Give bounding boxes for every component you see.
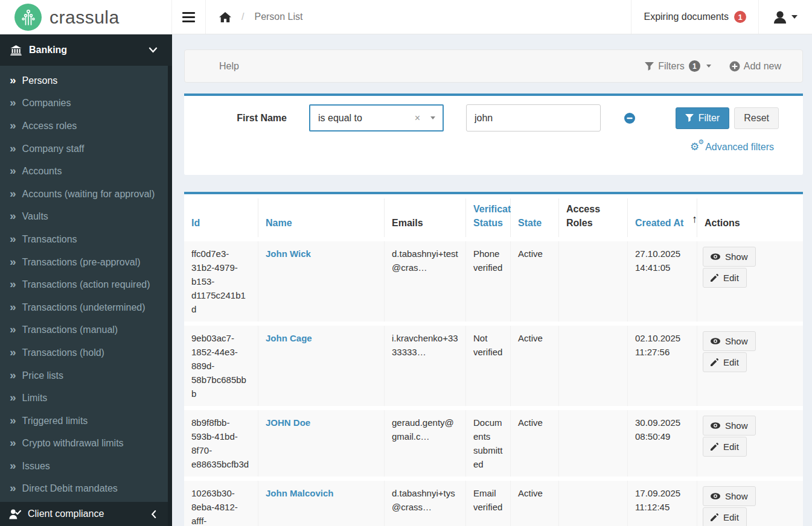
eye-icon	[711, 253, 720, 260]
operator-value: is equal to	[318, 113, 362, 124]
sidebar-scrollbar[interactable]	[168, 66, 172, 526]
hamburger-menu-icon[interactable]	[172, 0, 205, 34]
sidebar-item-label: Triggered limits	[22, 416, 88, 426]
sidebar-item-label: Access roles	[22, 121, 77, 132]
sidebar-item[interactable]: » Transactions (undetermined)	[0, 296, 172, 319]
show-button[interactable]: Show	[703, 247, 756, 267]
breadcrumb: / Person List	[206, 11, 303, 22]
pencil-icon	[711, 358, 718, 366]
double-chevron-icon: »	[10, 414, 16, 426]
sidebar-section-banking[interactable]: Banking	[0, 34, 172, 66]
help-link[interactable]: Help	[219, 61, 239, 72]
edit-button[interactable]: Edit	[703, 352, 747, 372]
person-state: Active	[511, 241, 559, 322]
remove-condition-button[interactable]	[624, 113, 635, 124]
person-row: 9eb03ac7-1852-44e3-889d-58b7bc685bbb Joh…	[184, 326, 803, 406]
double-chevron-icon: »	[10, 142, 16, 154]
sidebar-item[interactable]: » Issues	[0, 455, 172, 478]
sidebar-item[interactable]: » Crypto withdrawal limits	[0, 433, 172, 455]
person-created-at: 02.10.2025 11:27:56	[628, 326, 697, 406]
user-menu[interactable]	[759, 0, 812, 34]
double-chevron-icon: »	[10, 119, 16, 131]
filters-toggle[interactable]: Filters 1	[645, 60, 711, 72]
show-button[interactable]: Show	[703, 416, 756, 436]
edit-button[interactable]: Edit	[703, 507, 747, 526]
funnel-icon	[645, 62, 654, 71]
show-button[interactable]: Show	[703, 486, 756, 506]
table-header-row: Id ↑ Name ↑ Emails ↑	[184, 198, 803, 237]
add-new-button[interactable]: Add new	[729, 61, 781, 72]
edit-button[interactable]: Edit	[703, 437, 747, 457]
breadcrumb-separator: /	[241, 11, 244, 22]
person-access-roles	[559, 481, 628, 526]
person-id: 9eb03ac7-1852-44e3-889d-58b7bc685bbb	[184, 326, 258, 406]
pencil-icon	[711, 513, 718, 521]
sidebar-item[interactable]: » Access roles	[0, 115, 172, 138]
double-chevron-icon: »	[10, 369, 16, 381]
filter-button[interactable]: Filter	[676, 107, 730, 129]
sidebar-item[interactable]: » Persons	[0, 69, 172, 92]
show-button[interactable]: Show	[703, 331, 756, 351]
person-name-link[interactable]: John Cage	[266, 333, 312, 343]
filter-field-label: First Name	[184, 113, 309, 124]
sidebar-item[interactable]: » Transactions (pre-approval)	[0, 251, 172, 274]
person-state: Active	[511, 481, 559, 526]
expiring-documents-label: Expiring documents	[644, 11, 729, 22]
clear-icon[interactable]: ×	[415, 113, 420, 124]
column-header[interactable]: Name ↑	[258, 198, 385, 237]
reset-button[interactable]: Reset	[734, 107, 779, 129]
expiring-documents-link[interactable]: Expiring documents 1	[631, 0, 758, 34]
sidebar-item[interactable]: » Triggered limits	[0, 410, 172, 433]
double-chevron-icon: »	[10, 233, 16, 244]
sidebar-item[interactable]: » Accounts (waiting for approval)	[0, 183, 172, 206]
sidebar-section-client-compliance[interactable]: Client compliance	[0, 502, 172, 526]
person-name-link[interactable]: John Malcovich	[266, 488, 334, 498]
sidebar-item[interactable]: » Company staff	[0, 138, 172, 160]
sidebar-item[interactable]: » Transactions (action required)	[0, 273, 172, 296]
funnel-icon	[685, 114, 694, 122]
sidebar-item[interactable]: » Transactions	[0, 228, 172, 251]
person-name-link[interactable]: JOHN Doe	[266, 417, 310, 428]
sidebar-item[interactable]: » Transactions (manual)	[0, 319, 172, 342]
edit-button[interactable]: Edit	[703, 268, 747, 288]
sidebar-item[interactable]: » Accounts	[0, 160, 172, 183]
double-chevron-icon: »	[10, 391, 16, 403]
sidebar-item[interactable]: » Price lists	[0, 364, 172, 387]
advanced-filters-link[interactable]: ⚙⚙Advanced filters	[690, 142, 774, 152]
filter-panel: First Name is equal to × Filter	[184, 93, 803, 175]
chevron-down-icon	[149, 47, 158, 53]
sidebar-item[interactable]: » Companies	[0, 92, 172, 115]
person-name-link[interactable]: John Wick	[266, 249, 311, 259]
person-verification-status: Documents submitted	[466, 410, 511, 477]
column-header[interactable]: Verification Status ↑	[466, 198, 511, 237]
top-nav: / Person List Expiring documents 1	[172, 0, 812, 34]
sidebar-item-label: Persons	[22, 75, 58, 86]
person-verification-status: Email verified	[466, 481, 511, 526]
home-icon[interactable]	[219, 12, 231, 22]
expiring-documents-badge: 1	[734, 11, 746, 23]
person-emails: d.tabashnyi+tys@crass…	[385, 481, 466, 526]
column-header[interactable]: Emails ↑	[385, 198, 466, 237]
sidebar-item-label: Issues	[22, 461, 50, 472]
double-chevron-icon: »	[10, 482, 16, 493]
table-body: ffc0d7e3-31b2-4979-b153-d1175c241b1d Joh…	[184, 241, 803, 526]
person-row: ffc0d7e3-31b2-4979-b153-d1175c241b1d Joh…	[184, 241, 803, 322]
double-chevron-icon: »	[10, 74, 16, 86]
person-row: 8b9f8fbb-593b-41bd-8f70-e88635bcfb3d JOH…	[184, 410, 803, 477]
sidebar-item[interactable]: » Vaults	[0, 206, 172, 229]
column-header[interactable]: Access Roles ↑	[559, 198, 628, 237]
column-header[interactable]: Id ↑	[184, 198, 258, 237]
sidebar-item[interactable]: » Direct Debit mandates	[0, 478, 172, 501]
filter-value-input[interactable]	[466, 104, 601, 132]
double-chevron-icon: »	[10, 210, 16, 221]
operator-select[interactable]: is equal to ×	[309, 104, 444, 132]
column-header[interactable]: State ↑	[511, 198, 559, 237]
sidebar-item[interactable]: » Transactions (hold)	[0, 341, 172, 364]
column-header[interactable]: Actions ↑	[697, 198, 803, 237]
column-header[interactable]: Created At ↑	[628, 198, 697, 237]
brand[interactable]: crassula	[0, 0, 172, 34]
sidebar-item[interactable]: » Limits	[0, 387, 172, 410]
double-chevron-icon: »	[10, 188, 16, 199]
eye-icon	[711, 338, 720, 344]
person-id: 10263b30-8eba-4812-afff-2d7e5ef554b8	[184, 481, 258, 526]
